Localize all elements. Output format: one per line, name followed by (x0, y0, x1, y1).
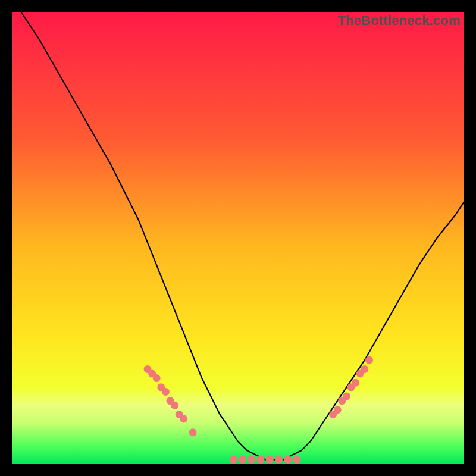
marker-dot (343, 393, 350, 400)
marker-dot (180, 415, 187, 423)
marker-dot (365, 356, 373, 364)
marker-dot (361, 365, 368, 373)
chart-frame: TheBottleneck.com (12, 12, 464, 464)
marker-dot (171, 402, 178, 409)
marker-dot (352, 379, 359, 387)
marker-dot (189, 428, 197, 436)
marker-dot (239, 456, 246, 464)
marker-dot (284, 456, 292, 464)
marker-dot (334, 406, 342, 414)
marker-dot (153, 374, 161, 382)
marker-dot (275, 456, 283, 464)
marker-dot (162, 388, 170, 396)
marker-dot (257, 456, 265, 464)
bottleneck-chart (12, 12, 464, 464)
watermark-text: TheBottleneck.com (338, 13, 461, 29)
marker-dot (266, 456, 274, 464)
marker-dot (248, 456, 255, 464)
gradient-background (12, 12, 464, 464)
marker-dot (293, 456, 300, 464)
marker-dot (230, 456, 237, 464)
